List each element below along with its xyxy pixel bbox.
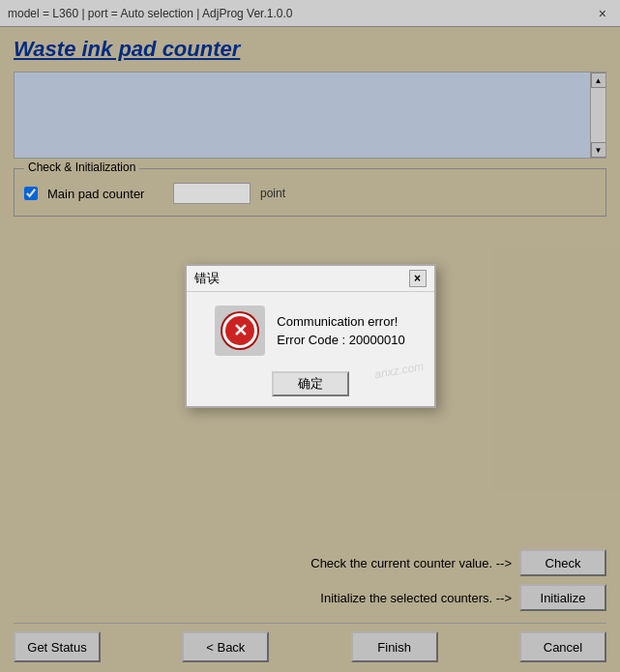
error-ok-button[interactable]: 确定 bbox=[272, 371, 349, 396]
error-message: Communication error! Error Code : 200000… bbox=[277, 312, 404, 350]
dialog-watermark: anxz.com bbox=[373, 360, 425, 382]
error-dialog: 错误 × ✕ Communication error! Error Code :… bbox=[185, 264, 436, 408]
error-dialog-title: 错误 bbox=[194, 270, 220, 287]
error-x-icon: ✕ bbox=[233, 322, 248, 339]
error-dialog-body: ✕ Communication error! Error Code : 2000… bbox=[187, 292, 434, 406]
error-icon-container: ✕ bbox=[215, 306, 265, 356]
error-dialog-close-button[interactable]: × bbox=[409, 270, 427, 287]
error-message-line2: Error Code : 20000010 bbox=[277, 331, 404, 350]
error-content-row: ✕ Communication error! Error Code : 2000… bbox=[215, 306, 404, 356]
error-circle-icon: ✕ bbox=[222, 313, 257, 348]
error-message-line1: Communication error! bbox=[277, 312, 404, 332]
modal-overlay: 错误 × ✕ Communication error! Error Code :… bbox=[0, 0, 620, 672]
error-dialog-titlebar: 错误 × bbox=[187, 266, 434, 292]
